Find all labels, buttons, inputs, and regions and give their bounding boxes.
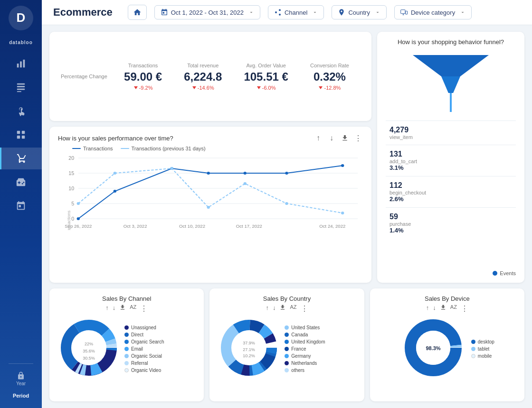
sales-by-channel-card: Sales By Channel ↑ ↓ AZ ⋮	[49, 288, 204, 401]
svg-point-46	[285, 172, 288, 175]
svg-marker-24	[441, 76, 460, 93]
device-sort-asc[interactable]: ↑	[426, 304, 429, 313]
content-grid: Percentage Change Transactions 59.00 € -…	[42, 25, 532, 408]
channel-sort-asc[interactable]: ↑	[105, 304, 109, 313]
line-chart-svg-wrap: 20 15 10 5 0 Sep 26, 2022 Oct 3, 2022 Oc…	[58, 154, 363, 232]
svg-marker-22	[319, 86, 323, 89]
funnel-svg	[408, 50, 494, 117]
svg-point-18	[406, 14, 407, 14]
funnel-title: How is your shopping behavior funnel?	[386, 38, 516, 46]
device-category-label: Device category	[411, 9, 455, 16]
channel-more[interactable]: ⋮	[140, 304, 148, 313]
sidebar-item-reports[interactable]	[0, 76, 42, 98]
sidebar-item-year[interactable]: Year	[13, 368, 29, 390]
svg-text:5: 5	[71, 201, 74, 206]
sidebar-bottom: Year Period	[13, 368, 29, 402]
svg-text:Oct 24, 2022: Oct 24, 2022	[319, 224, 345, 229]
svg-point-54	[341, 212, 344, 214]
svg-text:15: 15	[68, 171, 74, 176]
download-icon[interactable]	[340, 133, 350, 143]
svg-text:Oct 17, 2022: Oct 17, 2022	[236, 224, 262, 229]
device-more[interactable]: ⋮	[461, 304, 468, 313]
country-actions: ↑ ↓ AZ ⋮	[218, 304, 355, 313]
svg-rect-16	[401, 10, 405, 14]
chart-header: How is your sales performance over time?…	[58, 133, 363, 143]
svg-rect-12	[22, 136, 25, 139]
device-download[interactable]	[440, 304, 446, 313]
svg-rect-6	[17, 86, 25, 87]
legend-line-prev	[121, 148, 129, 149]
funnel-steps: 4,279 view_item 131 add_to_cart 3.1% 112…	[386, 121, 516, 267]
svg-point-47	[341, 164, 344, 167]
funnel-legend-label: Events	[500, 270, 516, 276]
period-label: Period	[13, 393, 29, 399]
svg-point-15	[279, 14, 281, 16]
main-content: Ecommerce Oct 1, 2022 - Oct 31, 2022 Cha…	[42, 0, 532, 408]
svg-point-48	[77, 202, 80, 205]
svg-point-41	[77, 217, 80, 220]
legend-usa: United States	[285, 325, 325, 330]
svg-rect-9	[17, 131, 20, 134]
svg-rect-25	[450, 93, 452, 112]
sidebar-nav	[0, 53, 42, 360]
channel-az[interactable]: AZ	[130, 304, 136, 313]
chart-actions: ↑ ↓ ⋮	[314, 133, 363, 143]
date-range-filter[interactable]: Oct 1, 2022 - Oct 31, 2022	[154, 5, 260, 19]
device-actions: ↑ ↓ AZ ⋮	[379, 304, 516, 313]
channel-download[interactable]	[119, 304, 126, 313]
channel-content: 22% 35.6% 30.5% Unassigned Direct	[58, 317, 195, 380]
country-filter[interactable]: Country	[332, 5, 387, 19]
legend-label-transactions: Transactions	[83, 146, 113, 151]
channel-sort-desc[interactable]: ↓	[113, 304, 116, 313]
sort-desc-icon[interactable]: ↓	[327, 133, 336, 143]
svg-text:37.9%: 37.9%	[243, 341, 256, 345]
sidebar-item-grid[interactable]	[0, 124, 42, 146]
kpi-items: Transactions 59.00 € -9.2% Total revenue…	[113, 63, 360, 91]
page-title: Ecommerce	[53, 6, 113, 19]
kpi-conversion-rate: Conversion Rate 0.32% -12.8%	[310, 63, 349, 91]
svg-point-44	[207, 172, 210, 175]
svg-text:Oct 10, 2022: Oct 10, 2022	[179, 224, 205, 229]
legend-desktop: desktop	[471, 339, 494, 344]
svg-rect-5	[17, 83, 25, 85]
country-download[interactable]	[279, 304, 286, 313]
sidebar-item-interact[interactable]	[0, 100, 42, 122]
sort-asc-icon[interactable]: ↑	[314, 133, 323, 143]
svg-text:D: D	[17, 10, 26, 25]
device-category-filter[interactable]: Device category	[394, 5, 472, 19]
sidebar-item-analytics[interactable]	[0, 53, 42, 74]
legend-mobile: mobile	[471, 353, 494, 359]
svg-text:30.5%: 30.5%	[83, 356, 95, 361]
sidebar-item-schedule[interactable]	[0, 195, 42, 217]
device-title: Sales By Device	[379, 295, 516, 302]
channel-legend: Unassigned Direct Organic Search Em	[124, 325, 164, 373]
sidebar-item-products[interactable]	[0, 171, 42, 193]
country-sort-desc[interactable]: ↓	[273, 304, 276, 313]
more-options-icon[interactable]: ⋮	[353, 133, 363, 143]
device-sort-desc[interactable]: ↓	[433, 304, 436, 313]
svg-text:Transactions: Transactions	[66, 211, 71, 230]
home-button[interactable]	[128, 5, 147, 20]
svg-text:27.1%: 27.1%	[243, 347, 256, 352]
svg-text:10: 10	[68, 186, 74, 191]
kpi-transactions: Transactions 59.00 € -9.2%	[124, 63, 162, 91]
country-az[interactable]: AZ	[290, 304, 296, 313]
device-legend: desktop tablet mobile	[471, 339, 494, 359]
svg-point-53	[285, 202, 288, 205]
country-sort-asc[interactable]: ↑	[266, 304, 269, 313]
svg-rect-3	[20, 61, 22, 67]
svg-text:0: 0	[71, 216, 74, 222]
country-label: Country	[348, 9, 370, 16]
funnel-step-begin-checkout: 112 begin_checkout 2.6%	[386, 176, 516, 207]
country-more[interactable]: ⋮	[301, 304, 308, 313]
device-az[interactable]: AZ	[450, 304, 457, 313]
channel-filter[interactable]: Channel	[268, 5, 324, 19]
svg-point-50	[170, 167, 173, 170]
funnel-step-purchase: 59 purchase 1.4%	[386, 207, 516, 239]
svg-marker-21	[257, 86, 261, 89]
funnel-legend-dot	[493, 271, 497, 276]
svg-rect-7	[17, 89, 25, 90]
svg-point-52	[244, 182, 247, 185]
sidebar-item-ecommerce[interactable]	[0, 148, 42, 169]
kpi-total-revenue: Total revenue 6,224.8 -14.6%	[184, 63, 222, 91]
